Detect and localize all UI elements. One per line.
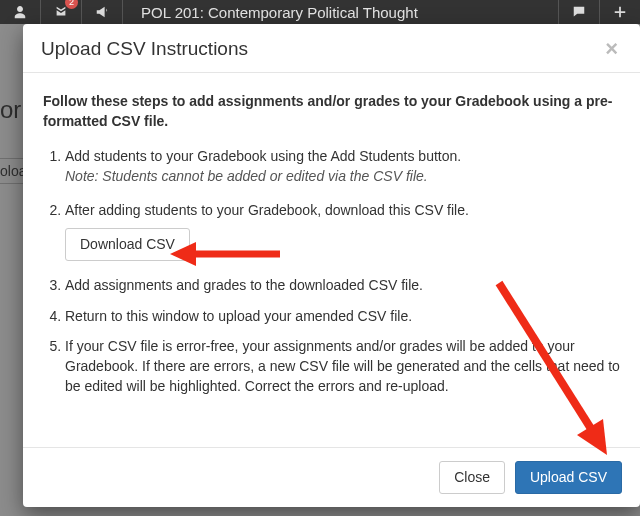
notification-icon[interactable]: 2 — [41, 0, 81, 24]
modal-header: Upload CSV Instructions × — [23, 24, 640, 73]
step-2-text: After adding students to your Gradebook,… — [65, 202, 469, 218]
step-1: Add students to your Gradebook using the… — [65, 146, 620, 187]
step-3: Add assignments and grades to the downlo… — [65, 275, 620, 295]
chat-icon[interactable] — [559, 0, 599, 24]
step-1-text: Add students to your Gradebook using the… — [65, 148, 461, 164]
upload-csv-button[interactable]: Upload CSV — [515, 461, 622, 494]
megaphone-icon[interactable] — [82, 0, 122, 24]
instructions-lead: Follow these steps to add assignments an… — [43, 91, 620, 132]
notification-badge: 2 — [65, 0, 78, 9]
plus-icon[interactable] — [600, 0, 640, 24]
download-csv-button[interactable]: Download CSV — [65, 228, 190, 261]
modal-title: Upload CSV Instructions — [41, 38, 248, 60]
user-icon[interactable] — [0, 0, 40, 24]
step-2: After adding students to your Gradebook,… — [65, 200, 620, 261]
course-title[interactable]: POL 201: Contemporary Political Thought — [123, 4, 436, 21]
close-icon[interactable]: × — [601, 38, 622, 60]
close-button[interactable]: Close — [439, 461, 505, 494]
step-1-note: Note: Students cannot be added or edited… — [65, 168, 428, 184]
instruction-steps: Add students to your Gradebook using the… — [43, 146, 620, 397]
step-5: If your CSV file is error-free, your ass… — [65, 336, 620, 397]
upload-csv-modal: Upload CSV Instructions × Follow these s… — [23, 24, 640, 507]
modal-body: Follow these steps to add assignments an… — [23, 73, 640, 447]
topbar: 2 POL 201: Contemporary Political Though… — [0, 0, 640, 24]
step-4: Return to this window to upload your ame… — [65, 306, 620, 326]
modal-footer: Close Upload CSV — [23, 447, 640, 507]
